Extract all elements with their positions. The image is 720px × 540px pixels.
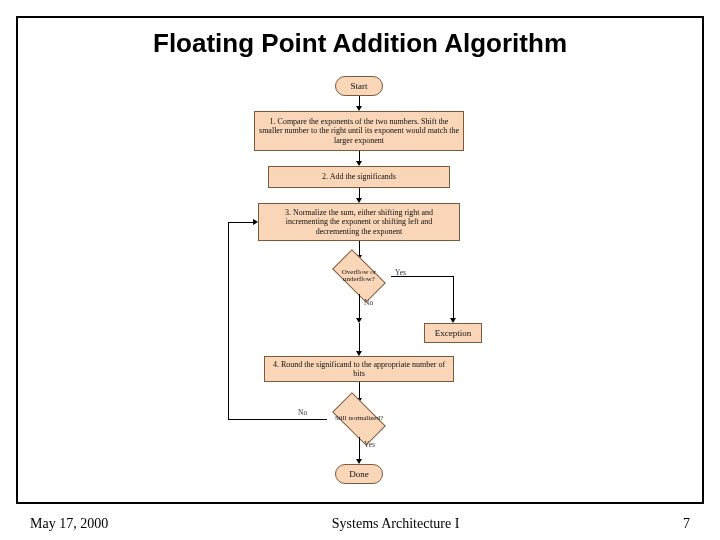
process-exception: Exception bbox=[424, 323, 482, 343]
edge-step1-step2 bbox=[359, 151, 360, 161]
arrowhead-decision2-loop bbox=[253, 219, 258, 225]
process-step2: 2. Add the significands bbox=[268, 166, 450, 188]
decision-normalized-label: Still normalized? bbox=[327, 415, 391, 422]
edge-decision2-loop-h bbox=[228, 419, 327, 420]
edge-decision1-exception bbox=[391, 276, 453, 277]
edge-step2-step3 bbox=[359, 188, 360, 198]
process-step4: 4. Round the significand to the appropri… bbox=[264, 356, 454, 382]
decision-overflow: Overflow or underflow? bbox=[327, 258, 391, 294]
label-decision2-no: No bbox=[298, 408, 307, 417]
slide-border: Floating Point Addition Algorithm Start … bbox=[16, 16, 704, 504]
edge-decision1-exception-v bbox=[453, 276, 454, 318]
decision-overflow-label: Overflow or underflow? bbox=[327, 269, 391, 284]
process-step3: 3. Normalize the sum, either shifting ri… bbox=[258, 203, 460, 241]
edge-decision1-step4 bbox=[359, 294, 360, 318]
slide: Floating Point Addition Algorithm Start … bbox=[0, 0, 720, 540]
decision-normalized: Still normalized? bbox=[327, 401, 391, 437]
terminator-done: Done bbox=[335, 464, 383, 484]
edge-step4-decision2 bbox=[359, 382, 360, 398]
flowchart: Start 1. Compare the exponents of the tw… bbox=[180, 76, 540, 516]
edge-no-step4 bbox=[359, 323, 360, 351]
edge-step3-decision1 bbox=[359, 241, 360, 255]
edge-decision2-loop-h2 bbox=[228, 222, 253, 223]
footer-date: May 17, 2000 bbox=[30, 516, 108, 532]
label-decision2-yes: Yes bbox=[364, 440, 375, 449]
process-step1: 1. Compare the exponents of the two numb… bbox=[254, 111, 464, 151]
slide-title: Floating Point Addition Algorithm bbox=[18, 28, 702, 59]
footer-page-number: 7 bbox=[683, 516, 690, 532]
edge-start-step1 bbox=[359, 96, 360, 106]
arrowhead-no-step4 bbox=[356, 351, 362, 356]
footer-course: Systems Architecture I bbox=[332, 516, 460, 532]
slide-footer: May 17, 2000 Systems Architecture I 7 bbox=[30, 516, 690, 532]
edge-decision2-loop-v bbox=[228, 222, 229, 419]
edge-decision2-done bbox=[359, 437, 360, 459]
terminator-start: Start bbox=[335, 76, 383, 96]
label-decision1-no: No bbox=[364, 298, 373, 307]
